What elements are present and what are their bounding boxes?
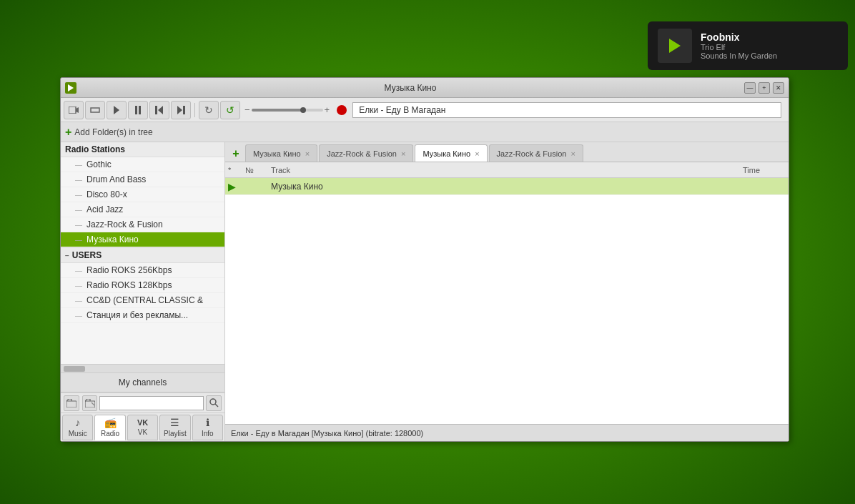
playlist-tab-2-label: Музыка Кино bbox=[422, 149, 470, 158]
video-view-button[interactable] bbox=[64, 101, 84, 119]
add-folder-label[interactable]: Add Folder(s) in tree bbox=[74, 127, 152, 137]
sidebar-item-ccd[interactable]: CC&D (CENTRAL CLASSIC & bbox=[61, 293, 224, 308]
playlist-tab-1-close[interactable]: × bbox=[401, 149, 405, 158]
playlist-tab-0[interactable]: Музыка Кино × bbox=[245, 144, 317, 162]
close-button[interactable]: ✕ bbox=[773, 82, 784, 94]
tab-radio[interactable]: 📻 Radio bbox=[94, 415, 125, 440]
muzyka-kino-label: Музыка Кино bbox=[87, 234, 139, 244]
maximize-button[interactable]: + bbox=[758, 82, 770, 94]
folder-icon-button[interactable] bbox=[64, 395, 79, 411]
vk-icon: VK bbox=[137, 418, 148, 427]
sidebar: Radio Stations Gothic Drum And Bass Disc… bbox=[61, 142, 225, 441]
sidebar-bottom-tabs: ♪ Music 📻 Radio VK VK ☰ Playlist ℹ In bbox=[61, 412, 224, 441]
title-bar: Музыка Кино — + ✕ bbox=[61, 78, 789, 98]
mini-view-button[interactable] bbox=[85, 101, 105, 119]
users-label: USERS bbox=[72, 250, 102, 260]
prev-button[interactable] bbox=[149, 101, 169, 119]
playlist-tab-1-label: Jazz-Rock & Fusion bbox=[327, 149, 397, 158]
refresh-active-button[interactable]: ↺ bbox=[220, 101, 240, 119]
playlist-icon: ☰ bbox=[170, 417, 179, 428]
status-text: Елки - Еду в Магадан [Музыка Кино] (bitr… bbox=[231, 429, 423, 438]
track-row-arrow: ▶ bbox=[228, 181, 245, 192]
sidebar-item-gothic[interactable]: Gothic bbox=[61, 157, 224, 172]
playlist-area: + Музыка Кино × Jazz-Rock & Fusion × Муз… bbox=[225, 142, 789, 441]
playlist-tab-3[interactable]: Jazz-Rock & Fusion × bbox=[489, 144, 583, 162]
sidebar-scrollbar-h[interactable] bbox=[61, 364, 224, 372]
tab-info[interactable]: ℹ Info bbox=[192, 415, 223, 440]
sidebar-item-muzyka-kino[interactable]: Музыка Кино bbox=[61, 232, 224, 247]
track-row-name: Музыка Кино bbox=[271, 182, 743, 192]
radio-stations-label: Radio Stations bbox=[65, 144, 125, 154]
main-window: Музыка Кино — + ✕ ↻ ↺ − bbox=[60, 77, 789, 442]
next-button[interactable] bbox=[171, 101, 191, 119]
users-header: − USERS bbox=[61, 247, 224, 263]
svg-marker-1 bbox=[68, 84, 74, 92]
volume-minus[interactable]: − bbox=[244, 104, 250, 115]
drum-and-bass-label: Drum And Bass bbox=[87, 174, 146, 184]
users-collapse-btn[interactable]: − bbox=[65, 252, 69, 260]
toolbar: ↻ ↺ − + Елки - Еду В Магадан bbox=[61, 98, 789, 122]
notification-popup: Foobnix Trio Elf Sounds In My Garden bbox=[648, 21, 848, 70]
sidebar-item-jazz-rock[interactable]: Jazz-Rock & Fusion bbox=[61, 217, 224, 232]
stop-button[interactable] bbox=[337, 105, 347, 115]
sidebar-item-disco[interactable]: Disco 80-x bbox=[61, 187, 224, 202]
volume-plus[interactable]: + bbox=[325, 104, 330, 115]
tab-info-label: Info bbox=[202, 430, 214, 438]
play-button[interactable] bbox=[107, 101, 127, 119]
svg-rect-2 bbox=[69, 107, 76, 114]
sidebar-item-drum-and-bass[interactable]: Drum And Bass bbox=[61, 172, 224, 187]
playlist-tab-0-close[interactable]: × bbox=[305, 149, 310, 158]
sidebar-item-stantsiya[interactable]: Станция и без рекламы... bbox=[61, 308, 224, 323]
content-area: Radio Stations Gothic Drum And Bass Disc… bbox=[61, 142, 789, 441]
volume-slider[interactable] bbox=[252, 109, 323, 112]
playlist-tab-2[interactable]: Музыка Кино × bbox=[415, 144, 487, 162]
sidebar-item-radio-roks-128[interactable]: Radio ROKS 128Kbps bbox=[61, 278, 224, 293]
notification-artist: Trio Elf bbox=[701, 43, 777, 51]
ccd-label: CC&D (CENTRAL CLASSIC & bbox=[87, 295, 203, 305]
tab-playlist[interactable]: ☰ Playlist bbox=[159, 415, 190, 440]
disco-label: Disco 80-x bbox=[87, 189, 127, 199]
sidebar-item-acid-jazz[interactable]: Acid Jazz bbox=[61, 202, 224, 217]
svg-marker-8 bbox=[158, 106, 163, 114]
notification-text: Foobnix Trio Elf Sounds In My Garden bbox=[701, 31, 777, 60]
tab-vk[interactable]: VK VK bbox=[127, 415, 158, 440]
sidebar-item-radio-roks-256[interactable]: Radio ROKS 256Kbps bbox=[61, 263, 224, 278]
sidebar-search-bar bbox=[61, 392, 224, 412]
play-icon bbox=[665, 36, 685, 56]
search-folder-button[interactable] bbox=[82, 395, 98, 411]
add-folder-icon[interactable]: + bbox=[65, 126, 71, 139]
col-header-star: * bbox=[228, 166, 245, 174]
playlist-tab-2-close[interactable]: × bbox=[475, 149, 479, 158]
search-button[interactable] bbox=[206, 395, 222, 411]
tab-music[interactable]: ♪ Music bbox=[62, 415, 93, 440]
add-folder-bar: + Add Folder(s) in tree bbox=[61, 122, 789, 142]
radio-stations-header: Radio Stations bbox=[61, 142, 224, 157]
svg-rect-9 bbox=[155, 106, 157, 114]
playlist-tab-3-close[interactable]: × bbox=[570, 149, 575, 158]
search-input[interactable] bbox=[99, 396, 204, 410]
jazz-rock-label: Jazz-Rock & Fusion bbox=[87, 219, 163, 229]
sidebar-scroll-thumb[interactable] bbox=[64, 366, 85, 372]
music-icon: ♪ bbox=[75, 417, 80, 428]
playlist-tab-0-label: Музыка Кино bbox=[253, 149, 301, 158]
svg-line-16 bbox=[215, 404, 218, 407]
refresh-button[interactable]: ↻ bbox=[199, 101, 219, 119]
col-header-num: № bbox=[245, 166, 271, 174]
svg-line-14 bbox=[92, 402, 94, 405]
add-tab-button[interactable]: + bbox=[228, 146, 244, 162]
minimize-button[interactable]: — bbox=[744, 82, 756, 94]
svg-rect-4 bbox=[91, 108, 99, 112]
svg-rect-11 bbox=[183, 106, 185, 114]
tab-music-label: Music bbox=[69, 430, 87, 438]
col-header-track: Track bbox=[271, 166, 743, 174]
playlist-tab-1[interactable]: Jazz-Rock & Fusion × bbox=[319, 144, 413, 162]
notification-app-name: Foobnix bbox=[701, 31, 777, 43]
radio-roks-128-label: Radio ROKS 128Kbps bbox=[87, 280, 172, 290]
volume-control[interactable]: − + bbox=[244, 104, 330, 115]
pause-button[interactable] bbox=[128, 101, 148, 119]
table-row[interactable]: ▶ Музыка Кино bbox=[225, 178, 789, 195]
my-channels-button[interactable]: My channels bbox=[61, 372, 224, 392]
notification-icon bbox=[658, 29, 692, 63]
svg-marker-5 bbox=[114, 106, 119, 114]
gothic-label: Gothic bbox=[87, 159, 112, 169]
